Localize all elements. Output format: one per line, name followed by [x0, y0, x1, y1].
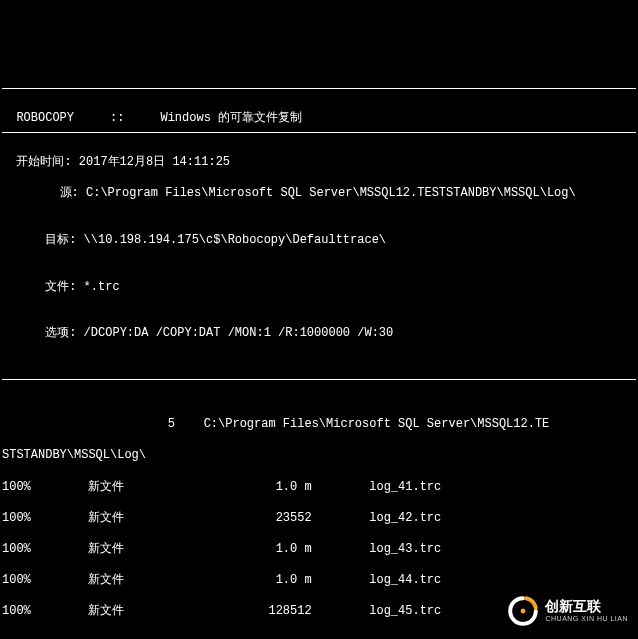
option-row: 选项: /DCOPY:DA /COPY:DAT /MON:1 /R:100000… — [2, 326, 636, 342]
divider — [2, 379, 636, 380]
path-count: 5 — [2, 417, 175, 431]
logo-en-text: CHUANG XIN HU LIAN — [545, 615, 628, 623]
path-value: C:\Program Files\Microsoft SQL Server\MS… — [175, 417, 549, 431]
logo-icon — [507, 595, 539, 627]
logo-cn-text: 创新互联 — [545, 599, 628, 614]
logo-text: 创新互联 CHUANG XIN HU LIAN — [545, 599, 628, 622]
svg-point-0 — [521, 609, 526, 614]
file-value: *.trc — [76, 280, 119, 294]
target-value: \\10.198.194.175\c$\Robocopy\Defaulttrac… — [76, 233, 386, 247]
file-row: 100% 新文件 1.0 m log_41.trc — [2, 480, 636, 496]
source-label: 源: — [2, 186, 79, 200]
watermark-logo: 创新互联 CHUANG XIN HU LIAN — [507, 595, 628, 627]
target-label: 目标: — [2, 233, 76, 247]
divider — [2, 132, 636, 133]
path-row: 5 C:\Program Files\Microsoft SQL Server\… — [2, 417, 636, 433]
terminal-output: ROBOCOPY :: Windows 的可靠文件复制 开始时间: 2017年1… — [0, 62, 638, 639]
target-row: 目标: \\10.198.194.175\c$\Robocopy\Default… — [2, 233, 636, 249]
file-label: 文件: — [2, 280, 76, 294]
option-label: 选项: — [2, 326, 76, 340]
file-row: 100% 新文件 1.0 m log_43.trc — [2, 542, 636, 558]
option-value: /DCOPY:DA /COPY:DAT /MON:1 /R:1000000 /W… — [76, 326, 393, 340]
file-row: 文件: *.trc — [2, 280, 636, 296]
divider — [2, 88, 636, 89]
header-title: ROBOCOPY :: Windows 的可靠文件复制 — [2, 111, 302, 125]
source-row: 源: C:\Program Files\Microsoft SQL Server… — [2, 186, 636, 202]
file-row: 100% 新文件 23552 log_42.trc — [2, 511, 636, 527]
file-row: 100% 新文件 1.0 m log_44.trc — [2, 573, 636, 589]
path-continuation: STSTANDBY\MSSQL\Log\ — [2, 448, 636, 464]
start-time-label: 开始时间: — [2, 155, 72, 169]
start-time-row: 开始时间: 2017年12月8日 14:11:25 — [2, 155, 636, 171]
start-time-value: 2017年12月8日 14:11:25 — [72, 155, 230, 169]
source-value: C:\Program Files\Microsoft SQL Server\MS… — [79, 186, 576, 200]
